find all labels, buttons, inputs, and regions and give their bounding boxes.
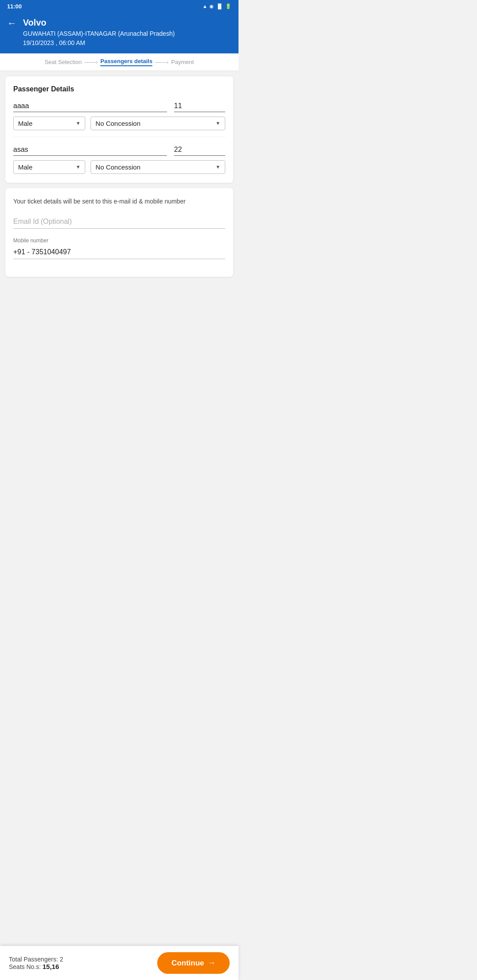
- passenger-1-gender-select[interactable]: Male Female Other: [18, 120, 72, 127]
- passenger-2-gender-wrap: Male Female Other ▼: [13, 160, 85, 174]
- passenger-row-2: Male Female Other ▼ No Concession Senior…: [13, 144, 225, 174]
- battery-icon: 🔋: [225, 4, 231, 9]
- passenger-section-title: Passenger Details: [13, 85, 225, 93]
- passenger-2-gender-concession-row: Male Female Other ▼ No Concession Senior…: [13, 160, 225, 174]
- passenger-1-age-input[interactable]: [174, 100, 225, 112]
- passenger-2-concession-select[interactable]: No Concession Senior Citizen Student: [95, 163, 212, 171]
- back-button[interactable]: ←: [7, 18, 17, 29]
- passenger-1-concession-select[interactable]: No Concession Senior Citizen Student: [95, 120, 212, 127]
- gender-dropdown-arrow-2: ▼: [76, 164, 80, 170]
- step-payment[interactable]: Payment: [171, 59, 194, 65]
- passenger-details-card: Passenger Details Male Female Other: [5, 76, 233, 183]
- concession-dropdown-arrow-2: ▼: [216, 164, 220, 170]
- mobile-label: Mobile number: [13, 237, 225, 244]
- passenger-2-concession-wrap: No Concession Senior Citizen Student ▼: [91, 160, 225, 174]
- header-info: Volvo GUWAHATI (ASSAM)-ITANAGAR (Arunach…: [23, 18, 231, 46]
- status-bar: 11:00 ▲ ◉ ▐▌ 🔋: [0, 0, 238, 12]
- passenger-2-gender-select[interactable]: Male Female Other: [18, 163, 72, 171]
- mobile-input[interactable]: [13, 245, 225, 259]
- steps-bar: Seat Selection ——› Passengers details ——…: [0, 53, 238, 71]
- passenger-1-name-age-row: [13, 100, 225, 112]
- passenger-1-gender-wrap: Male Female Other ▼: [13, 117, 85, 130]
- passenger-1-name-input[interactable]: [13, 100, 167, 112]
- bus-name: Volvo: [23, 18, 231, 28]
- main-content: Passenger Details Male Female Other: [0, 71, 238, 323]
- step-seat-selection[interactable]: Seat Selection: [45, 59, 82, 65]
- mobile-input-group: Mobile number: [13, 237, 225, 259]
- passenger-2-age-field: [174, 144, 225, 156]
- passenger-2-name-age-row: [13, 144, 225, 156]
- email-input[interactable]: [13, 215, 225, 229]
- passenger-2-name-input[interactable]: [13, 144, 167, 156]
- step-arrow-2: ——›: [155, 59, 168, 65]
- passenger-2-age-input[interactable]: [174, 144, 225, 156]
- concession-dropdown-arrow-1: ▼: [216, 121, 220, 126]
- passenger-1-name-field: [13, 100, 167, 112]
- signal-icon: ▲: [203, 4, 208, 9]
- contact-info-card: Your ticket details will be sent to this…: [5, 188, 233, 277]
- passenger-1-gender-concession-row: Male Female Other ▼ No Concession Senior…: [13, 117, 225, 130]
- passenger-2-name-field: [13, 144, 167, 156]
- status-time: 11:00: [7, 3, 22, 10]
- passenger-row-1: Male Female Other ▼ No Concession Senior…: [13, 100, 225, 137]
- travel-datetime: 19/10/2023 , 06:00 AM: [23, 39, 231, 46]
- passenger-1-age-field: [174, 100, 225, 112]
- wifi-icon: ◉: [209, 4, 214, 9]
- contact-info-text: Your ticket details will be sent to this…: [13, 197, 225, 206]
- step-arrow-1: ——›: [84, 59, 98, 65]
- mobile-signal-icon: ▐▌: [216, 4, 223, 9]
- status-icons: ▲ ◉ ▐▌ 🔋: [203, 4, 231, 9]
- step-passengers-details[interactable]: Passengers details: [100, 58, 152, 66]
- route-name: GUWAHATI (ASSAM)-ITANAGAR (Arunachal Pra…: [23, 30, 231, 38]
- gender-dropdown-arrow-1: ▼: [76, 121, 80, 126]
- passenger-1-concession-wrap: No Concession Senior Citizen Student ▼: [91, 117, 225, 130]
- header: ← Volvo GUWAHATI (ASSAM)-ITANAGAR (Aruna…: [0, 12, 238, 53]
- email-input-group: [13, 215, 225, 229]
